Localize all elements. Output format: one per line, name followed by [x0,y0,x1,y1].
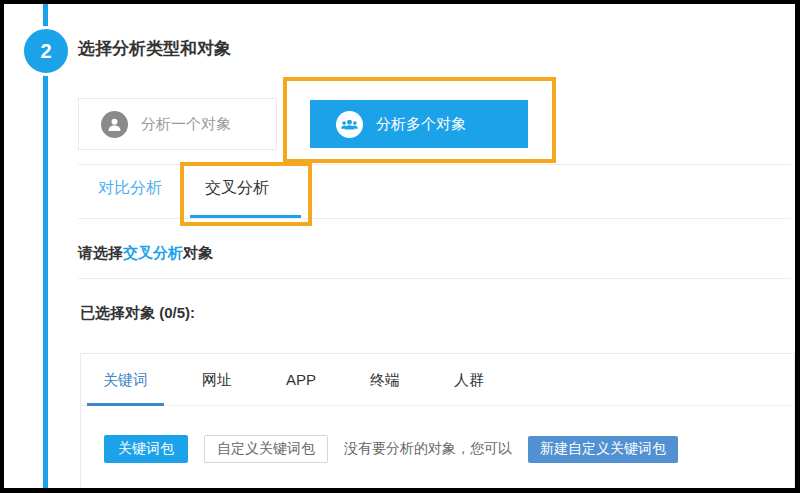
analyze-single-object-button[interactable]: 分析一个对象 [78,98,277,150]
object-type-tabs: 关键词 网址 APP 终端 人群 [81,354,794,406]
page-title: 选择分析类型和对象 [78,37,231,60]
object-tab-terminal[interactable]: 终端 [354,354,416,405]
keyword-tab-content: 关键词包 自定义关键词包 没有要分析的对象，您可以 新建自定义关键词包 [81,406,794,463]
tab-cross-analysis[interactable]: 交叉分析 [205,178,269,199]
object-tab-app[interactable]: APP [270,354,332,405]
selected-prefix: 已选择对象 ( [80,304,164,321]
tabs-bottom-divider [78,218,791,219]
object-tab-crowd[interactable]: 人群 [438,354,500,405]
custom-keyword-package-button[interactable]: 自定义关键词包 [204,435,328,463]
analyze-multiple-objects-label: 分析多个对象 [376,115,466,134]
step-number: 2 [40,40,51,63]
analyze-multiple-objects-button[interactable]: 分析多个对象 [310,100,528,148]
prompt-cross-analysis-link[interactable]: 交叉分析 [123,244,183,261]
content-frame: 2 选择分析类型和对象 分析一个对象 分析多个对象 对比分析 交叉分析 [4,4,795,488]
step-progress-line [43,4,48,488]
selected-count: 0/5 [164,304,185,321]
create-custom-package-button[interactable]: 新建自定义关键词包 [528,436,678,463]
select-object-prompt: 请选择交叉分析对象 [78,244,213,263]
single-person-icon [101,111,128,138]
selected-objects-counter: 已选择对象 (0/5): [80,304,195,323]
selected-suffix: ): [185,304,195,321]
step-number-badge: 2 [21,26,71,76]
prompt-prefix: 请选择 [78,244,123,261]
group-people-icon [336,111,363,138]
keyword-package-button[interactable]: 关键词包 [104,435,188,463]
prompt-bottom-divider [78,278,791,279]
tab-compare-analysis[interactable]: 对比分析 [98,178,162,199]
no-objects-hint: 没有要分析的对象，您可以 [344,440,512,458]
object-selection-panel: 关键词 网址 APP 终端 人群 关键词包 自定义关键词包 没有要分析的对象，您… [80,353,795,488]
analyze-single-object-label: 分析一个对象 [141,115,231,134]
prompt-suffix: 对象 [183,244,213,261]
section-divider [78,164,791,165]
object-tab-url[interactable]: 网址 [186,354,248,405]
object-tab-keywords[interactable]: 关键词 [87,354,164,405]
